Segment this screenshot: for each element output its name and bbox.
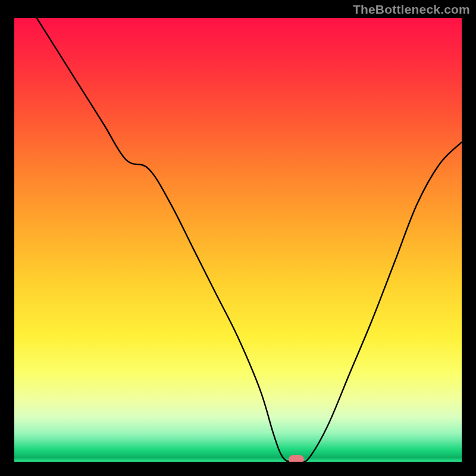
bottleneck-curve (14, 18, 462, 462)
plot-area (14, 18, 462, 462)
chart-frame: TheBottleneck.com (0, 0, 476, 476)
optimal-marker (289, 455, 304, 462)
attribution-text: TheBottleneck.com (353, 2, 470, 17)
curve-path (37, 18, 462, 462)
